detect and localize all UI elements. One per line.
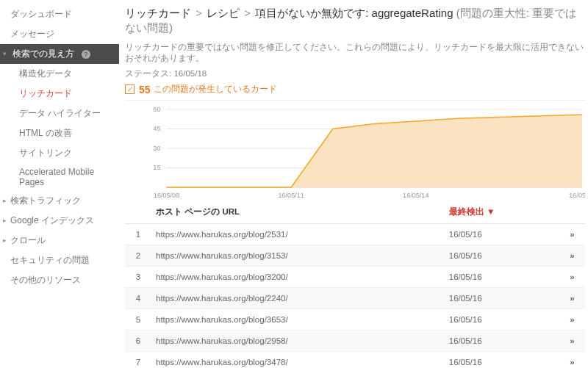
nav-dashboard[interactable]: ダッシュボード [0,4,119,24]
table-row[interactable]: 5https://www.harukas.org/blog/3653/16/05… [125,309,585,330]
count-row: ✓ 55 この問題が発生しているカード [125,84,585,101]
row-index: 5 [125,309,151,330]
row-date: 16/05/16 [445,330,559,351]
row-index: 2 [125,245,151,266]
row-url[interactable]: https://www.harukas.org/blog/2958/ [151,330,445,351]
row-date: 16/05/16 [445,266,559,287]
nav-messages[interactable]: メッセージ [0,24,119,44]
breadcrumb-recipe[interactable]: レシピ [207,7,240,19]
row-expand-icon[interactable]: » [559,351,585,368]
row-expand-icon[interactable]: » [559,266,585,287]
nav-google-index[interactable]: Google インデックス [0,211,119,231]
nav-sitelinks[interactable]: サイトリンク [0,143,119,163]
row-expand-icon[interactable]: » [559,309,585,330]
issue-count-label: この問題が発生しているカード [154,84,277,95]
table-row[interactable]: 2https://www.harukas.org/blog/3153/16/05… [125,245,585,266]
row-url[interactable]: https://www.harukas.org/blog/3478/ [151,351,445,368]
nav-label: 検索での見え方 [12,48,74,59]
row-index: 7 [125,351,151,368]
svg-text:60: 60 [153,106,160,113]
svg-text:16/05/11: 16/05/11 [279,192,304,199]
row-expand-icon[interactable]: » [559,245,585,266]
row-url[interactable]: https://www.harukas.org/blog/3200/ [151,266,445,287]
pages-table: ホスト ページの URL 最終検出 ▼ 1https://www.harukas… [125,201,585,369]
svg-text:15: 15 [153,164,160,171]
row-date: 16/05/16 [445,287,559,309]
app-root: ダッシュボード メッセージ 検索での見え方 ? 構造化データ リッチカード デー… [0,0,588,368]
checkbox-icon[interactable]: ✓ [125,84,135,94]
row-date: 16/05/16 [445,309,559,330]
th-actions [559,201,585,224]
row-date: 16/05/16 [445,245,559,266]
row-url[interactable]: https://www.harukas.org/blog/3153/ [151,245,445,266]
nav-amp[interactable]: Accelerated Mobile Pages [0,163,119,191]
th-last-detected[interactable]: 最終検出 ▼ [445,201,559,224]
row-expand-icon[interactable]: » [559,287,585,309]
nav-search-appearance[interactable]: 検索での見え方 ? [0,44,119,64]
row-url[interactable]: https://www.harukas.org/blog/2531/ [151,223,445,245]
nav-other-resources[interactable]: その他のリソース [0,270,119,290]
chevron-right-icon: > [196,7,202,19]
row-url[interactable]: https://www.harukas.org/blog/2240/ [151,287,445,309]
issue-count: 55 [139,84,151,95]
status-line: ステータス: 16/05/18 [125,68,585,79]
row-index: 1 [125,223,151,245]
row-date: 16/05/16 [445,223,559,245]
th-index [125,201,151,224]
main-content: リッチカード > レシピ > 項目がないか無効です: aggregateRati… [119,0,588,368]
issue-description: リッチカードの重要ではない問題を修正してください。これらの問題により、リッチカー… [125,42,585,64]
row-index: 6 [125,330,151,351]
row-index: 3 [125,266,151,287]
chevron-right-icon: > [244,7,251,19]
svg-text:45: 45 [153,125,160,132]
nav-crawl[interactable]: クロール [0,231,119,250]
row-url[interactable]: https://www.harukas.org/blog/3653/ [151,309,445,330]
row-expand-icon[interactable]: » [559,223,585,245]
th-url[interactable]: ホスト ページの URL [151,201,445,224]
help-icon[interactable]: ? [82,50,90,59]
svg-text:16/05/14: 16/05/14 [403,192,429,199]
trend-chart: 1530456016/05/0816/05/1116/05/1416/05/18 [125,104,585,201]
sidebar: ダッシュボード メッセージ 検索での見え方 ? 構造化データ リッチカード デー… [0,0,119,368]
nav-data-highlighter[interactable]: データ ハイライター [0,104,119,123]
nav-structured-data[interactable]: 構造化データ [0,64,119,84]
svg-text:16/05/18: 16/05/18 [569,192,585,199]
table-row[interactable]: 1https://www.harukas.org/blog/2531/16/05… [125,223,585,245]
table-row[interactable]: 7https://www.harukas.org/blog/3478/16/05… [125,351,585,368]
svg-text:30: 30 [153,145,160,152]
table-row[interactable]: 6https://www.harukas.org/blog/2958/16/05… [125,330,585,351]
nav-search-traffic[interactable]: 検索トラフィック [0,191,119,211]
breadcrumb: リッチカード > レシピ > 項目がないか無効です: aggregateRati… [125,4,585,36]
row-date: 16/05/16 [445,351,559,368]
table-row[interactable]: 4https://www.harukas.org/blog/2240/16/05… [125,287,585,309]
row-index: 4 [125,287,151,309]
nav-security[interactable]: セキュリティの問題 [0,250,119,270]
table-row[interactable]: 3https://www.harukas.org/blog/3200/16/05… [125,266,585,287]
nav-html-improvements[interactable]: HTML の改善 [0,123,119,143]
breadcrumb-rich-cards[interactable]: リッチカード [125,7,191,19]
status-value: 16/05/18 [173,69,207,78]
nav-rich-cards[interactable]: リッチカード [0,84,119,104]
breadcrumb-issue: 項目がないか無効です: aggregateRating [255,7,453,19]
svg-text:16/05/08: 16/05/08 [154,192,179,199]
status-label: ステータス: [125,69,171,78]
row-expand-icon[interactable]: » [559,330,585,351]
